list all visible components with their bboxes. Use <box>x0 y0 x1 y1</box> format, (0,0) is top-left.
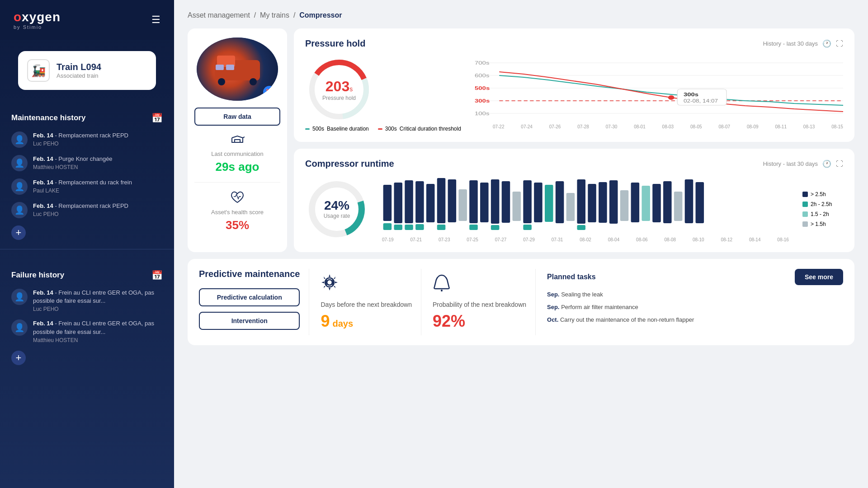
add-failure-button[interactable]: + <box>11 351 26 365</box>
svg-rect-63 <box>685 179 693 223</box>
comm-icon <box>194 134 280 148</box>
gear-icon <box>321 273 339 295</box>
legend-15-2: 1.5 - 2h <box>802 211 843 217</box>
task-desc: Carry out the maintenance of the non-ret… <box>560 316 694 323</box>
avatar: 👤 <box>11 178 28 195</box>
menu-icon[interactable]: ☰ <box>151 14 160 26</box>
baseline-label: Baseline duration <box>327 126 369 132</box>
gauge-number: 203 <box>326 78 349 94</box>
edit-badge[interactable]: ✏️ <box>263 86 276 99</box>
pressure-header: Pressure hold History - last 30 days 🕐 ⛶ <box>305 38 843 49</box>
failure-list: 👤 Feb. 14 - Frein au CLI entre GER et OG… <box>11 289 163 343</box>
maintenance-item: 👤 Feb. 14 - Remplacement rack PEPD Luc P… <box>11 202 163 218</box>
failure-item: 👤 Feb. 14 - Frein au CLI entre GER et OG… <box>11 289 163 312</box>
predictive-title: Predictive maintenance <box>199 269 300 279</box>
train-image: ✏️ <box>197 38 278 101</box>
legend-lt15: > 1.5h <box>802 221 843 227</box>
clock-icon[interactable]: 🕐 <box>822 39 831 48</box>
task-month: Oct. <box>547 316 558 323</box>
legend-label: > 2.5h <box>811 191 826 197</box>
svg-rect-59 <box>642 186 650 221</box>
raw-data-button[interactable]: Raw data <box>194 108 280 126</box>
pressure-title: Pressure hold <box>305 38 365 49</box>
bar-chart-area: 07-19 07-21 07-23 07-25 07-27 07-29 07-3… <box>382 176 789 242</box>
legend-2-25: 2h - 2.5h <box>802 201 843 207</box>
see-more-button[interactable]: See more <box>795 269 843 285</box>
task-month: Sep. <box>547 304 559 310</box>
history-author: Luc PEHO <box>33 141 128 147</box>
svg-rect-33 <box>415 224 424 230</box>
expand-icon2[interactable]: ⛶ <box>836 160 843 168</box>
breadcrumb-asset[interactable]: Asset management <box>188 11 250 19</box>
svg-text:02-08, 14:07: 02-08, 14:07 <box>684 99 718 104</box>
x-label: 08-12 <box>721 237 732 242</box>
history-text: Feb. 14 - Frein au CLI entre GER et OGA,… <box>33 289 163 305</box>
svg-rect-44 <box>502 181 510 223</box>
maintenance-item: 👤 Feb. 14 - Remplacement du rack frein P… <box>11 178 163 195</box>
maintenance-title: Maintenance history <box>11 113 85 122</box>
train-card[interactable]: 🚂 Train L094 Associated train <box>18 51 156 90</box>
svg-rect-40 <box>469 225 478 230</box>
line-chart-area: 700s 600s 500s 300s 100s <box>475 58 843 129</box>
logo-sub: by Stimio <box>14 24 61 30</box>
task-month: Sep. <box>547 291 559 298</box>
svg-rect-38 <box>458 189 467 221</box>
bar-group <box>383 178 704 230</box>
breadcrumb-current: Compressor <box>299 11 342 19</box>
svg-text:600s: 600s <box>475 73 490 79</box>
health-value: 35% <box>194 218 280 232</box>
svg-text:100s: 100s <box>475 111 490 117</box>
expand-icon[interactable]: ⛶ <box>836 40 843 48</box>
x-label: 07-24 <box>521 124 533 129</box>
svg-rect-64 <box>696 182 704 223</box>
x-label: 08-09 <box>747 124 759 129</box>
baseline-color <box>305 128 310 130</box>
failure-section: Failure history 📅 👤 Feb. 14 - Frein au C… <box>0 258 174 365</box>
intervention-button[interactable]: Intervention <box>199 312 300 330</box>
failure-calendar-icon[interactable]: 📅 <box>151 270 163 281</box>
legend-color <box>802 211 808 217</box>
legend-color <box>802 202 808 207</box>
avatar: 👤 <box>11 319 28 336</box>
asset-card: ✏️ Raw data Last communication 29s ago A… <box>188 28 287 252</box>
svg-rect-43 <box>491 225 500 230</box>
health-label: Asset's health score <box>194 209 280 216</box>
logo-text: oxygen <box>14 10 61 24</box>
svg-rect-42 <box>491 179 500 224</box>
avatar: 👤 <box>11 202 28 218</box>
svg-point-20 <box>668 95 675 100</box>
x-label: 07-23 <box>439 237 450 242</box>
x-label: 08-14 <box>749 237 761 242</box>
calendar-icon[interactable]: 📅 <box>151 113 163 123</box>
panel-controls: History - last 30 days 🕐 ⛶ <box>763 39 843 48</box>
maintenance-item: 👤 Feb. 14 - Remplacement rack PEPD Luc P… <box>11 131 163 148</box>
svg-rect-48 <box>534 183 542 222</box>
predictive-calc-button[interactable]: Predictive calculation <box>199 288 300 306</box>
svg-rect-30 <box>405 180 413 223</box>
history-author: Paul LAKE <box>33 188 132 194</box>
donut-value: 24% Usage rate <box>324 198 350 220</box>
runtime-legend: > 2.5h 2h - 2.5h 1.5 - 2h > 1.5h <box>802 191 843 227</box>
svg-rect-32 <box>415 181 424 223</box>
clock-icon2[interactable]: 🕐 <box>822 160 831 168</box>
prob-value: 92% <box>433 312 465 331</box>
planned-tasks: Planned tasks See more Sep. Sealing the … <box>535 269 843 335</box>
svg-point-67 <box>327 280 332 285</box>
add-maintenance-button[interactable]: + <box>11 225 26 240</box>
task-item-2: Sep. Perform air filter maintenance <box>547 303 843 311</box>
history-author: Matthieu HOSTEN <box>33 337 163 343</box>
history-author: Luc PEHO <box>33 306 163 312</box>
health-icon <box>194 191 280 206</box>
runtime-header: Compressor runtime History - last 30 day… <box>305 159 843 169</box>
gauge-unit: s <box>349 85 353 93</box>
svg-rect-45 <box>513 192 521 221</box>
svg-rect-53 <box>577 225 585 230</box>
last-comm-block: Last communication 29s ago <box>194 126 280 182</box>
x-label: 08-11 <box>775 124 787 129</box>
pressure-panel: Pressure hold History - last 30 days 🕐 ⛶ <box>294 28 854 142</box>
avatar: 👤 <box>11 131 28 148</box>
breadcrumb-trains[interactable]: My trains <box>260 11 289 19</box>
runtime-controls: History - last 30 days 🕐 ⛶ <box>763 160 843 168</box>
svg-text:500s: 500s <box>475 85 490 91</box>
history-text: Feb. 14 - Remplacement du rack frein <box>33 178 132 187</box>
